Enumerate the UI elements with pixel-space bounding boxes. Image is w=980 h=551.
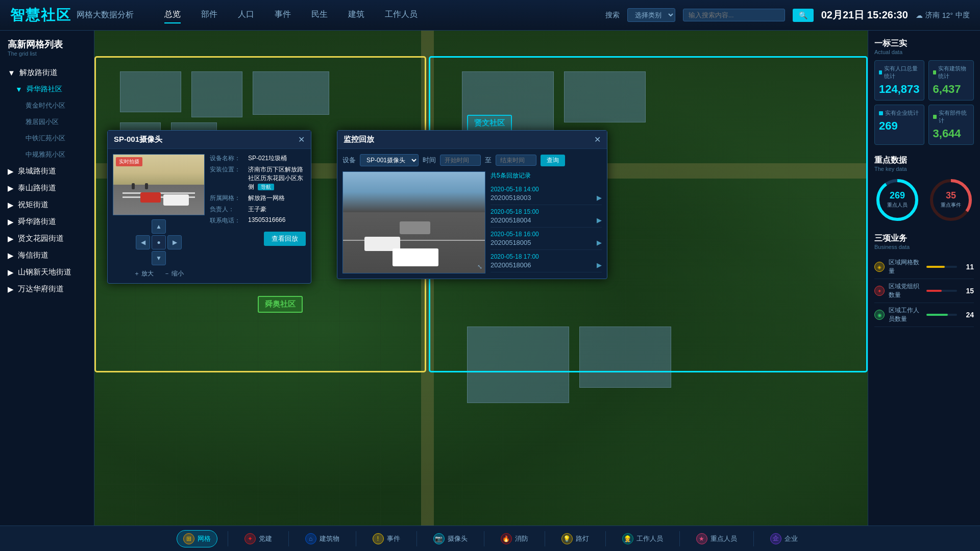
section1-title-en: Actual data — [874, 49, 974, 55]
sidebar-item-quancheng[interactable]: ▶ 泉城路街道 — [0, 163, 94, 180]
grid-value: 解放路一网格 — [248, 194, 285, 203]
tool-divider-7 — [605, 531, 606, 546]
nav-item-livelihood[interactable]: 民生 — [311, 7, 328, 23]
sidebar-item-zhuju[interactable]: ▶ 祝矩街道 — [0, 196, 94, 213]
tool-enterprise[interactable]: 企 企业 — [764, 531, 804, 547]
record-id-row-0: 20200518003 ▶ — [491, 194, 602, 202]
play-button-0[interactable]: ▶ — [597, 194, 602, 202]
key-people-circle: 269 重点人员 — [874, 177, 920, 223]
camera-center-button[interactable]: ● — [152, 235, 166, 249]
tool-building[interactable]: ⌂ 建筑物 — [299, 531, 346, 547]
zone-label-shunao[interactable]: 舜奥社区 — [258, 296, 303, 313]
sidebar-item-jiefang[interactable]: ▼ 解放路街道 — [0, 64, 94, 81]
tool-divider-9 — [753, 531, 754, 546]
play-button-3[interactable]: ▶ — [597, 261, 602, 269]
logo-subtitle: 网格大数据分析 — [77, 10, 134, 20]
camera-popup-close-button[interactable]: ✕ — [298, 135, 305, 144]
install-loc-value: 济南市历下区解放路社区历东花园小区东侧 导航 — [248, 165, 306, 191]
biz-icon-grid: ◈ — [874, 262, 885, 272]
nav-item-events[interactable]: 事件 — [275, 7, 291, 23]
tool-party-label: 党建 — [259, 534, 272, 543]
view-replay-button[interactable]: 查看回放 — [264, 232, 306, 246]
camera-live-feed: 实时拍摄 — [113, 154, 205, 215]
sidebar-item-zhongtie[interactable]: 中铁汇苑小区 — [0, 130, 94, 146]
tool-grid[interactable]: ⊞ 网格 — [177, 530, 217, 547]
record-id-row-3: 20200518006 ▶ — [491, 261, 602, 269]
monitor-popup: 监控回放 ✕ 设备 SP-001摄像头 时间 至 查询 — [337, 130, 607, 279]
search-button[interactable]: 🔍 — [793, 9, 814, 22]
tool-light[interactable]: 💡 路灯 — [555, 531, 595, 547]
stat-value-population: 124,873 — [879, 83, 920, 96]
play-button-2[interactable]: ▶ — [597, 239, 602, 246]
device-select[interactable]: SP-001摄像头 — [360, 154, 419, 166]
sidebar-item-haixin[interactable]: ▶ 海信街道 — [0, 247, 94, 264]
pedestrian — [145, 183, 148, 189]
sidebar-item-xianwen[interactable]: ▶ 贤文花园街道 — [0, 230, 94, 247]
tool-keyperson[interactable]: ★ 重点人员 — [690, 531, 743, 547]
sidebar-item-taishan[interactable]: ▶ 泰山路街道 — [0, 180, 94, 196]
video-feed-screen: ⤡ — [342, 171, 485, 273]
tool-fire-label: 消防 — [515, 534, 528, 543]
search-input[interactable] — [683, 9, 785, 21]
tool-divider-2 — [288, 531, 289, 546]
stat-card-parts: 实有部件统计 3,644 — [928, 105, 974, 145]
biz-item-workers: ◉ 区域工作人员数量 24 — [874, 303, 974, 327]
end-time-input[interactable] — [496, 155, 536, 166]
zoom-out-button[interactable]: － 缩小 — [164, 269, 184, 278]
sidebar-item-shunhua2[interactable]: ▶ 舜华路街道 — [0, 213, 94, 230]
chevron-right-icon-7: ▶ — [8, 268, 14, 277]
tool-fire[interactable]: 🔥 消防 — [495, 531, 534, 547]
chevron-down-icon: ▼ — [8, 68, 15, 77]
nav-item-overview[interactable]: 总览 — [164, 7, 181, 23]
nav-item-population[interactable]: 人口 — [238, 7, 254, 23]
play-button-1[interactable]: ▶ — [597, 216, 602, 224]
camera-left-button[interactable]: ◀ — [136, 235, 150, 249]
zoom-in-button[interactable]: ＋ 放大 — [134, 269, 154, 278]
stat-label-population: 实有人口总量统计 — [879, 65, 920, 80]
search-type-select[interactable]: 选择类别 — [627, 8, 675, 22]
record-item-1: 2020-05-18 15:00 20200518004 ▶ — [491, 205, 602, 228]
sidebar-item-yaju[interactable]: 雅居园小区 — [0, 114, 94, 130]
biz-label-workers: 区域工作人员数量 — [889, 306, 922, 323]
tool-divider-8 — [679, 531, 680, 546]
sidebar-item-shunhua[interactable]: ▼ 舜华路社区 — [0, 81, 94, 97]
query-button[interactable]: 查询 — [541, 155, 565, 166]
building-block — [579, 327, 671, 388]
chevron-right-icon-3: ▶ — [8, 201, 14, 210]
weather-city: 济南 — [925, 11, 940, 20]
building-block — [191, 71, 242, 117]
start-time-input[interactable] — [440, 155, 481, 166]
time-ctrl-label: 时间 — [423, 156, 436, 165]
record-time-2: 2020-05-18 16:00 — [491, 231, 602, 238]
tool-divider-1 — [228, 531, 228, 546]
sidebar-item-shangangang[interactable]: ▶ 山钢新天地街道 — [0, 264, 94, 281]
tool-camera[interactable]: 📷 摄像头 — [427, 531, 474, 547]
tool-events[interactable]: ! 事件 — [366, 531, 406, 547]
section3-title-cn: 三项业务 — [874, 233, 974, 244]
nav-item-buildings[interactable]: 建筑 — [348, 7, 364, 23]
camera-right-button[interactable]: ▶ — [167, 235, 182, 249]
weather-icon: ☁ — [916, 11, 923, 19]
building-block — [120, 71, 181, 112]
install-loc-badge[interactable]: 导航 — [258, 184, 274, 190]
monitor-popup-body: 设备 SP-001摄像头 时间 至 查询 — [337, 149, 607, 279]
sidebar-item-zhonggui[interactable]: 中规雅苑小区 — [0, 146, 94, 163]
camera-down-button[interactable]: ▼ — [152, 251, 166, 265]
person-value: 王子豪 — [248, 205, 266, 214]
zone-label-xianwen[interactable]: 贤文社区 — [467, 115, 512, 132]
stat-value-parts: 3,644 — [933, 127, 969, 140]
camera-up-button[interactable]: ▲ — [152, 219, 166, 234]
tool-party[interactable]: ✦ 党建 — [238, 531, 278, 547]
logo-title: 智慧社区 — [10, 6, 71, 25]
phone-row: 联系电话： 13505316666 — [210, 216, 306, 225]
monitor-popup-close-button[interactable]: ✕ — [594, 135, 601, 144]
sidebar-item-huangjin[interactable]: 黄金时代小区 — [0, 97, 94, 114]
section2-title-en: The key data — [874, 166, 974, 172]
nav-item-parts[interactable]: 部件 — [201, 7, 217, 23]
sidebar-item-wanda[interactable]: ▶ 万达华府街道 — [0, 281, 94, 297]
expand-icon[interactable]: ⤡ — [477, 263, 482, 270]
nav-item-workers[interactable]: 工作人员 — [385, 7, 418, 23]
tool-worker[interactable]: 👷 工作人员 — [616, 531, 669, 547]
monitor-content: ⤡ 共5条回放记录 2020-05-18 14:00 20200518003 ▶… — [342, 171, 602, 273]
sidebar-title-en: The grid list — [8, 51, 86, 57]
